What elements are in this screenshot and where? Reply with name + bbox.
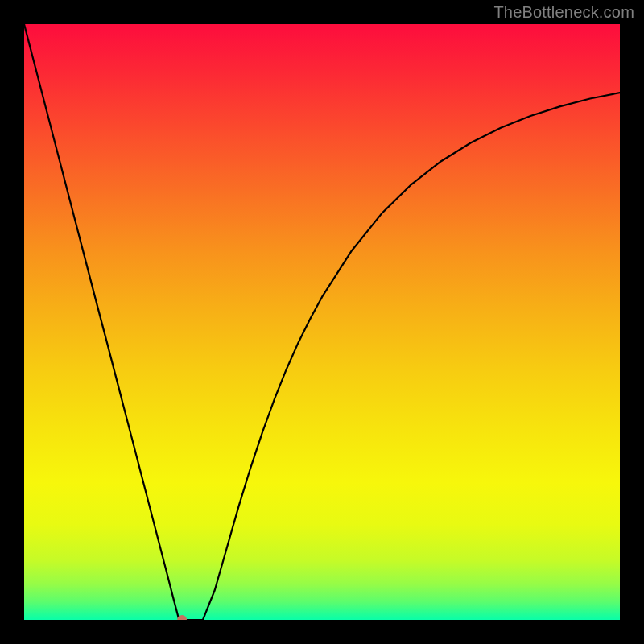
plot-area	[24, 24, 620, 620]
chart-svg	[24, 24, 620, 620]
chart-frame: TheBottleneck.com	[0, 0, 644, 644]
chart-background	[24, 24, 620, 620]
watermark-text: TheBottleneck.com	[493, 3, 634, 22]
